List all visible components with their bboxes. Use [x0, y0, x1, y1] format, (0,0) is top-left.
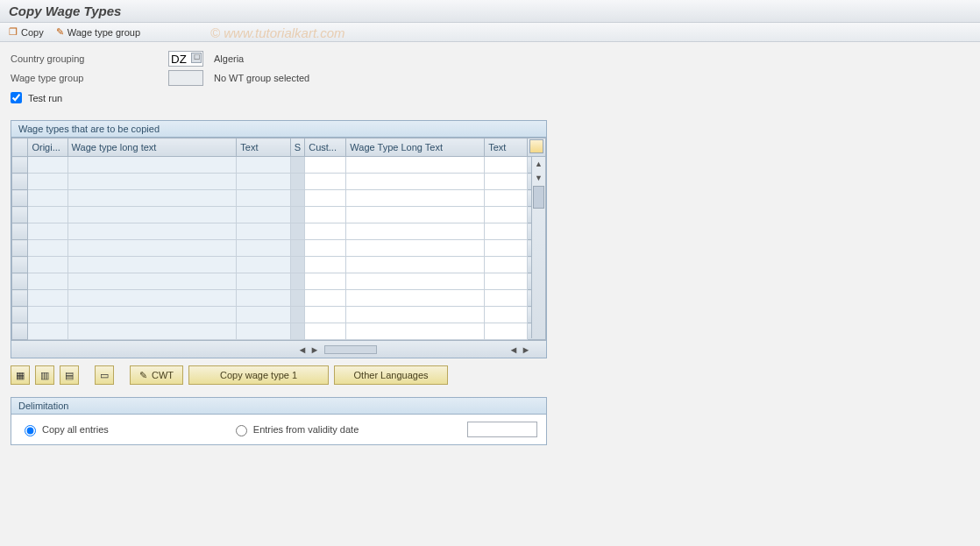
select-block-button[interactable]: ▤ — [60, 365, 79, 385]
scroll-left-icon[interactable]: ◄ — [296, 344, 309, 355]
row-selector[interactable] — [12, 190, 28, 207]
deselect-all-button[interactable]: ▥ — [35, 365, 54, 385]
cell-wt-long-text-orig[interactable] — [67, 157, 237, 174]
cell-text-cust[interactable] — [485, 240, 528, 257]
radio-copy-all-input[interactable] — [25, 425, 36, 436]
cell-customer[interactable] — [305, 190, 346, 207]
cell-wt-long-text-cust[interactable] — [346, 207, 485, 223]
cell-original[interactable] — [28, 290, 67, 307]
scroll-right-icon[interactable]: ► — [309, 344, 321, 355]
wage-type-group-button[interactable]: Wage type group — [56, 26, 140, 38]
cell-s[interactable] — [290, 290, 304, 307]
cell-wt-long-text-orig[interactable] — [67, 273, 237, 290]
cell-wt-long-text-cust[interactable] — [346, 257, 485, 273]
cell-wt-long-text-orig[interactable] — [67, 307, 237, 323]
cell-wt-long-text-cust[interactable] — [346, 190, 485, 207]
cell-text-cust[interactable] — [485, 307, 528, 323]
cell-wt-long-text-cust[interactable] — [346, 290, 485, 307]
row-selector[interactable] — [12, 174, 28, 190]
col-s[interactable]: S — [290, 138, 304, 157]
cell-text-cust[interactable] — [485, 174, 528, 190]
cell-wt-long-text-cust[interactable] — [346, 323, 485, 340]
col-original[interactable]: Origi... — [28, 138, 67, 157]
cell-text-cust[interactable] — [485, 290, 528, 307]
cell-text-cust[interactable] — [485, 207, 528, 223]
cell-text-cust[interactable] — [485, 273, 528, 290]
table-settings-icon[interactable] — [529, 139, 543, 153]
cell-wt-long-text-cust[interactable] — [346, 240, 485, 257]
row-selector[interactable] — [12, 290, 28, 307]
radio-copy-all[interactable]: Copy all entries — [20, 422, 109, 436]
row-selector[interactable] — [12, 240, 28, 257]
row-selector[interactable] — [12, 157, 28, 174]
cell-customer[interactable] — [305, 207, 346, 223]
cell-customer[interactable] — [305, 273, 346, 290]
cell-text-orig[interactable] — [237, 290, 291, 307]
col-text-orig[interactable]: Text — [237, 138, 291, 157]
f4-help-icon[interactable]: ☐ — [191, 53, 202, 63]
scroll-up-icon[interactable]: ▲ — [532, 157, 545, 171]
validity-date-input[interactable] — [467, 422, 537, 437]
cell-text-cust[interactable] — [485, 257, 528, 273]
cell-customer[interactable] — [305, 307, 346, 323]
cell-wt-long-text-orig[interactable] — [67, 240, 237, 257]
col-customer[interactable]: Cust... — [305, 138, 346, 157]
cell-wt-long-text-cust[interactable] — [346, 307, 485, 323]
col-wt-long-text-cust[interactable]: Wage Type Long Text — [346, 138, 485, 157]
cell-s[interactable] — [290, 240, 304, 257]
cell-s[interactable] — [290, 174, 304, 190]
cell-wt-long-text-orig[interactable] — [67, 323, 237, 340]
cell-text-orig[interactable] — [237, 174, 291, 190]
cell-original[interactable] — [28, 207, 67, 223]
cell-wt-long-text-cust[interactable] — [346, 157, 485, 174]
cell-original[interactable] — [28, 257, 67, 273]
cell-wt-long-text-orig[interactable] — [67, 257, 237, 273]
cwt-button[interactable]: ✎ CWT — [130, 365, 183, 385]
cell-text-orig[interactable] — [237, 223, 291, 240]
row-selector[interactable] — [12, 323, 28, 340]
hscroll-track[interactable] — [324, 345, 377, 354]
cell-customer[interactable] — [305, 323, 346, 340]
cell-s[interactable] — [290, 157, 304, 174]
cell-wt-long-text-cust[interactable] — [346, 223, 485, 240]
cell-customer[interactable] — [305, 257, 346, 273]
cell-wt-long-text-orig[interactable] — [67, 290, 237, 307]
scroll-down-icon[interactable]: ▼ — [532, 171, 545, 185]
select-all-button[interactable]: ▦ — [11, 365, 30, 385]
cell-customer[interactable] — [305, 174, 346, 190]
test-run-checkbox[interactable] — [11, 92, 22, 103]
cell-text-orig[interactable] — [237, 190, 291, 207]
cell-wt-long-text-cust[interactable] — [346, 174, 485, 190]
cell-s[interactable] — [290, 323, 304, 340]
cell-customer[interactable] — [305, 290, 346, 307]
cell-text-orig[interactable] — [237, 257, 291, 273]
cell-original[interactable] — [28, 240, 67, 257]
cell-original[interactable] — [28, 307, 67, 323]
cell-original[interactable] — [28, 323, 67, 340]
cell-text-orig[interactable] — [237, 240, 291, 257]
cell-wt-long-text-orig[interactable] — [67, 190, 237, 207]
wage-type-group-input[interactable] — [168, 70, 203, 86]
cell-text-orig[interactable] — [237, 157, 291, 174]
cell-s[interactable] — [290, 207, 304, 223]
copy-wage-type-1-button[interactable]: Copy wage type 1 — [188, 365, 329, 385]
cell-text-orig[interactable] — [237, 307, 291, 323]
delete-button[interactable]: ▭ — [95, 365, 114, 385]
cell-original[interactable] — [28, 273, 67, 290]
row-selector[interactable] — [12, 207, 28, 223]
row-selector[interactable] — [12, 257, 28, 273]
cell-text-cust[interactable] — [485, 157, 528, 174]
col-text-cust[interactable]: Text — [485, 138, 528, 157]
vertical-scrollbar[interactable]: ▲ ▼ — [531, 157, 545, 338]
row-selector[interactable] — [12, 223, 28, 240]
cell-text-orig[interactable] — [237, 273, 291, 290]
cell-text-cust[interactable] — [485, 323, 528, 340]
cell-wt-long-text-orig[interactable] — [67, 174, 237, 190]
row-selector[interactable] — [12, 307, 28, 323]
scroll-left-icon-2[interactable]: ◄ — [508, 344, 520, 355]
cell-wt-long-text-cust[interactable] — [346, 273, 485, 290]
cell-customer[interactable] — [305, 240, 346, 257]
other-languages-button[interactable]: Other Languages — [334, 365, 448, 385]
cell-text-cust[interactable] — [485, 223, 528, 240]
cell-customer[interactable] — [305, 223, 346, 240]
